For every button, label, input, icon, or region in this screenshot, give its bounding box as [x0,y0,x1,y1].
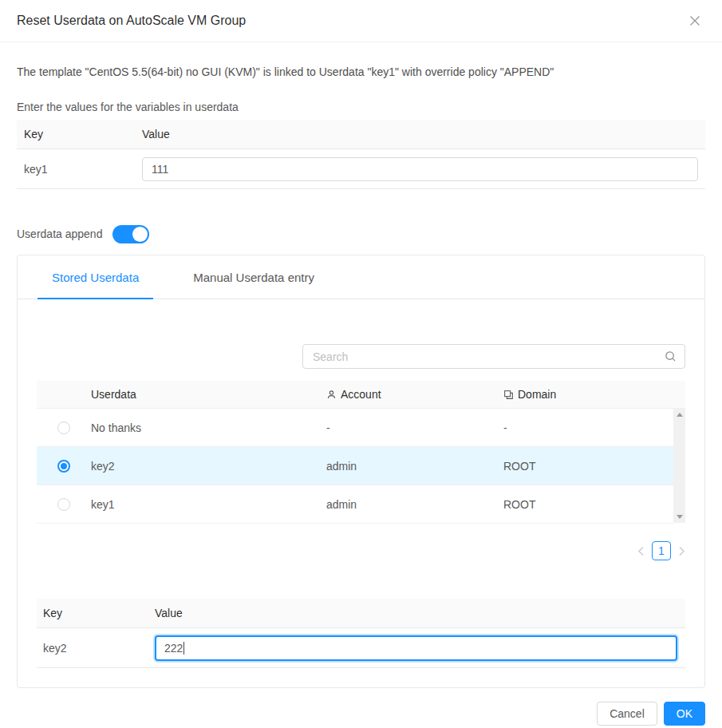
cancel-button[interactable]: Cancel [597,702,657,726]
selected-variables-row: key2 222 [37,628,685,668]
vertical-scrollbar[interactable] [673,409,685,523]
col-header-domain: Domain [503,388,685,401]
variable-key-label: key2 [37,642,155,655]
variable-value-input-focused[interactable]: 222 [155,635,677,661]
tab-stored-userdata[interactable]: Stored Userdata [37,255,153,299]
userdata-append-row: Userdata append [17,224,705,243]
account-cell: admin [326,498,503,511]
dialog-body: The template "CentOS 5.5(64-bit) no GUI … [0,64,722,688]
template-note: The template "CentOS 5.5(64-bit) no GUI … [17,64,705,80]
dialog-footer: Cancel OK [0,702,722,726]
chevron-right-icon [678,546,685,556]
tab-manual-userdata-entry-label: Manual Userdata entry [193,271,314,284]
variables-table-row: key1 [17,149,705,189]
scroll-down-icon[interactable] [677,515,683,519]
selected-variables-table: Key Value key2 222 [37,599,685,668]
userdata-table: Userdata Account Domain [37,381,685,524]
userdata-cell: key1 [91,498,326,511]
text-caret [183,642,184,655]
radio-button-checked[interactable] [57,460,70,473]
userdata-table-header: Userdata Account Domain [37,381,685,409]
radio-button[interactable] [57,498,70,511]
userdata-cell: No thanks [91,421,326,434]
chevron-left-icon [637,546,645,556]
col-header-account: Account [326,388,503,401]
pagination: 1 [37,541,685,560]
tab-bar: Stored Userdata Manual Userdata entry [18,255,704,299]
search-icon [665,350,677,362]
userdata-table-body: No thanks - - key2 admin ROOT key1 [37,409,685,524]
userdata-append-toggle[interactable] [112,225,149,243]
domain-cell: ROOT [503,498,673,511]
variables-table: Key Value key1 [17,120,705,189]
search-input[interactable] [302,344,685,369]
account-cell: admin [326,460,503,473]
account-cell: - [326,421,503,434]
tab-stored-userdata-label: Stored Userdata [52,271,139,284]
close-icon[interactable] [686,12,704,30]
scroll-up-icon[interactable] [677,413,683,417]
userdata-card: Stored Userdata Manual Userdata entry [17,255,705,688]
input-text: 222 [164,642,183,655]
radio-button[interactable] [57,421,70,434]
dialog-title: Reset Userdata on AutoScale VM Group [17,14,686,28]
tab-content: Userdata Account Domain [18,344,704,687]
col-header-userdata: Userdata [91,388,326,401]
pagination-page-1[interactable]: 1 [652,541,671,560]
userdata-append-label: Userdata append [17,228,102,240]
ok-button[interactable]: OK [664,702,705,726]
domain-cell: - [503,421,673,434]
search-box [302,344,685,369]
dialog-header: Reset Userdata on AutoScale VM Group [0,0,722,42]
col-header-value: Value [155,607,685,619]
userdata-header-label: Userdata [91,388,136,401]
col-header-key: Key [37,607,155,619]
variables-table-header: Key Value [17,120,705,149]
variables-caption: Enter the values for the variables in us… [17,99,705,115]
col-header-value: Value [142,128,705,140]
selected-variables-header: Key Value [37,599,685,628]
table-row-no-thanks[interactable]: No thanks - - [37,409,673,447]
domain-header-label: Domain [518,388,556,401]
pagination-prev[interactable] [637,546,645,556]
reset-userdata-dialog: Reset Userdata on AutoScale VM Group The… [0,0,722,728]
account-header-label: Account [341,388,381,401]
variable-value-input[interactable] [142,157,698,181]
domain-cell: ROOT [503,460,673,473]
pagination-next[interactable] [678,546,685,556]
userdata-cell: key2 [91,460,326,473]
user-icon [326,390,337,400]
variable-key-label: key1 [17,163,142,176]
toggle-knob [132,227,148,242]
table-row-key1[interactable]: key1 admin ROOT [37,485,673,524]
tab-manual-userdata-entry[interactable]: Manual Userdata entry [179,255,329,299]
col-header-key: Key [17,128,142,140]
block-icon [503,390,514,400]
table-row-key2[interactable]: key2 admin ROOT [37,447,673,485]
